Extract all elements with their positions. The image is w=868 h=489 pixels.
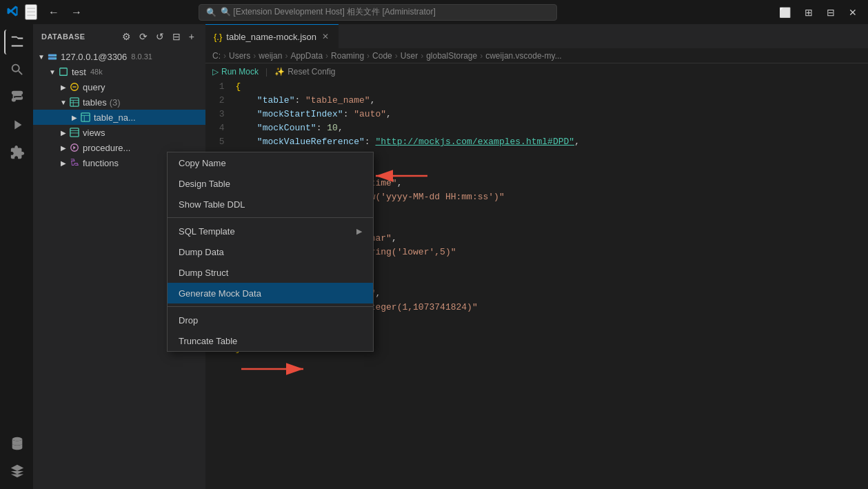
query-arrow: ▶	[58, 81, 69, 92]
svg-point-0	[12, 437, 23, 441]
svg-point-3	[55, 54, 57, 56]
procedures-arrow: ▶	[58, 142, 69, 153]
code-line-5: "mockValueReference": "http://mockjs.com…	[236, 135, 865, 149]
breadcrumb-users[interactable]: Users	[229, 51, 250, 61]
context-menu-truncate[interactable]: Truncate Table	[168, 330, 373, 351]
svg-point-4	[55, 58, 57, 59]
reset-config-button[interactable]: ✨ Reset Config	[274, 67, 335, 77]
context-menu-drop[interactable]: Drop	[168, 310, 373, 330]
code-toolbar: ▷ Run Mock | ✨ Reset Config	[205, 63, 868, 80]
breadcrumb-roaming[interactable]: Roaming	[331, 51, 364, 61]
sidebar-item-server[interactable]: ▼ 127.0.0.1@3306 8.0.31	[33, 49, 205, 64]
main-layout: DATABASE ⚙ ⟳ ↺ ⊟ + ▼ 127.0.0.1@3306 8.0.…	[0, 24, 868, 489]
tables-label: tables	[83, 97, 107, 108]
window-controls: ⬜ ⊞ ⊟ ✕	[775, 5, 861, 20]
tables-icon	[69, 97, 80, 108]
table-name-label: table_na...	[94, 112, 136, 123]
breadcrumb-c[interactable]: C:	[212, 51, 221, 61]
tab-table-name-mock[interactable]: {.} table_name-mock.json ✕	[205, 24, 339, 48]
reset-icon: ✨	[274, 67, 285, 77]
history-button[interactable]: ⟳	[137, 30, 150, 43]
activity-source-control[interactable]	[4, 85, 29, 110]
sidebar-header: DATABASE ⚙ ⟳ ↺ ⊟ +	[33, 24, 205, 49]
context-menu-design-table[interactable]: Design Table	[168, 173, 373, 194]
refresh-button[interactable]: ↺	[153, 30, 167, 43]
server-icon	[47, 51, 58, 62]
breadcrumb-weijan[interactable]: weijan	[259, 51, 282, 61]
activity-bar	[0, 24, 33, 489]
breadcrumb-globalstorage[interactable]: globalStorage	[426, 51, 477, 61]
table-name-arrow: ▶	[69, 112, 80, 123]
functions-arrow: ▶	[58, 157, 69, 168]
run-mock-button[interactable]: ▷ Run Mock	[212, 67, 259, 77]
panels-button[interactable]: ⬜	[775, 5, 795, 20]
svg-rect-5	[60, 68, 68, 76]
context-menu-show-ddl[interactable]: Show Table DDL	[168, 194, 373, 214]
context-menu-sql-template[interactable]: SQL Template ▶	[168, 221, 373, 241]
activity-search[interactable]	[4, 57, 29, 82]
sidebar-item-database[interactable]: ▼ test 48k	[33, 64, 205, 79]
close-window-button[interactable]: ✕	[845, 5, 861, 20]
collapse-button[interactable]: ⊟	[170, 30, 183, 43]
query-label: query	[83, 82, 105, 92]
breadcrumb-user[interactable]: User	[401, 51, 418, 61]
server-version: 8.0.31	[131, 52, 152, 61]
breadcrumb-cweijan[interactable]: cweijan.vscode-my...	[485, 51, 561, 61]
context-menu-sep-2	[168, 306, 373, 307]
sidebar-item-query[interactable]: ▶ query	[33, 79, 205, 94]
breadcrumb: C: › Users › weijan › AppData › Roaming …	[205, 48, 868, 63]
search-bar[interactable]: 🔍 🔍 [Extension Development Host] 相关文件 [A…	[199, 4, 557, 21]
breadcrumb-appdata[interactable]: AppData	[290, 51, 323, 61]
sidebar-item-views[interactable]: ▶ views	[33, 125, 205, 140]
code-line-2: "table": "table_name",	[236, 94, 865, 108]
activity-extensions[interactable]	[4, 140, 29, 165]
activity-layers[interactable]	[4, 459, 29, 483]
titlebar: ☰ ← → 🔍 🔍 [Extension Development Host] 相…	[0, 0, 868, 24]
breadcrumb-code[interactable]: Code	[372, 51, 392, 61]
search-icon: 🔍	[206, 8, 216, 17]
database-label: test	[72, 67, 86, 77]
maximize-button[interactable]: ⊟	[822, 5, 839, 20]
settings-button[interactable]: ⚙	[119, 30, 134, 43]
context-menu-generate-mock[interactable]: Generate Mock Data	[168, 283, 373, 303]
activity-database[interactable]	[4, 431, 29, 456]
run-label: Run Mock	[221, 67, 259, 77]
tab-icon: {.}	[214, 32, 222, 42]
server-label: 127.0.0.1@3306	[61, 52, 127, 62]
back-button[interactable]: ←	[44, 4, 63, 21]
context-menu-copy-name[interactable]: Copy Name	[168, 152, 373, 173]
procedures-label: procedure...	[83, 143, 130, 153]
database-arrow: ▼	[47, 66, 58, 77]
svg-rect-12	[81, 113, 90, 121]
tab-label: table_name-mock.json	[226, 32, 316, 42]
context-menu: Copy Name Design Table Show Table DDL SQ…	[167, 152, 374, 352]
sidebar-header-actions: ⚙ ⟳ ↺ ⊟ +	[119, 30, 197, 43]
tables-arrow: ▼	[58, 97, 69, 108]
forward-button[interactable]: →	[67, 4, 86, 21]
svg-rect-15	[70, 128, 79, 137]
functions-label: functions	[83, 158, 119, 168]
activity-explorer[interactable]	[4, 30, 29, 54]
code-line-1: {	[236, 80, 865, 94]
functions-icon	[69, 157, 80, 168]
nav-buttons: ← →	[44, 4, 86, 21]
database-size: 48k	[90, 68, 103, 76]
sidebar-item-tables[interactable]: ▼ tables (3)	[33, 94, 205, 110]
code-line-4: "mockCount": 10,	[236, 121, 865, 135]
procedures-icon	[69, 142, 80, 153]
add-button[interactable]: +	[186, 30, 197, 43]
sidebar-item-table-name[interactable]: ▶ table_na...	[33, 110, 205, 125]
menu-button[interactable]: ☰	[25, 4, 37, 20]
views-icon	[69, 127, 80, 138]
tab-close-button[interactable]: ✕	[321, 30, 330, 43]
svg-rect-8	[70, 98, 79, 106]
activity-run[interactable]	[4, 112, 29, 137]
search-text: 🔍 [Extension Development Host] 相关文件 [Adm…	[221, 6, 436, 18]
code-line-3: "mockStartIndex": "auto",	[236, 108, 865, 121]
run-icon: ▷	[212, 67, 219, 77]
database-icon	[58, 66, 69, 77]
submenu-arrow-icon: ▶	[356, 227, 362, 236]
context-menu-dump-data[interactable]: Dump Data	[168, 241, 373, 262]
layout-button[interactable]: ⊞	[800, 5, 817, 20]
context-menu-dump-struct[interactable]: Dump Struct	[168, 262, 373, 283]
